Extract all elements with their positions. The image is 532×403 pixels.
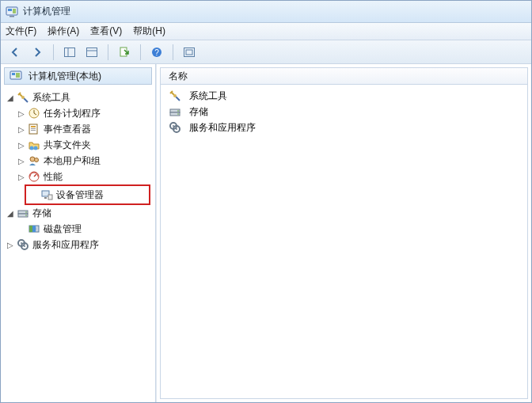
tree-twisty-expanded-icon[interactable]: ◢ — [6, 93, 15, 102]
help-button[interactable]: ? — [147, 43, 166, 62]
svg-rect-2 — [13, 9, 16, 13]
tree-label: 任务计划程序 — [44, 107, 101, 120]
app-icon — [6, 6, 18, 18]
menu-file[interactable]: 文件(F) — [6, 25, 36, 38]
tree-label: 性能 — [44, 170, 63, 184]
list-item-label: 服务和应用程序 — [189, 121, 256, 135]
tree-item-event-viewer[interactable]: ▷ 事件查看器 — [1, 121, 155, 137]
highlight-device-manager: 设备管理器 — [25, 184, 150, 205]
column-header-name[interactable]: 名称 — [160, 67, 528, 85]
list-item-storage[interactable]: 存储 — [167, 104, 521, 120]
tree[interactable]: ◢ 系统工具 ▷ 任务计划程序 — [1, 88, 155, 402]
toolbar-separator — [140, 44, 141, 60]
svg-point-42 — [24, 245, 25, 247]
tools-icon — [17, 91, 29, 104]
svg-rect-3 — [10, 16, 14, 17]
services-icon — [17, 238, 29, 251]
tree-item-system-tools[interactable]: ◢ 系统工具 — [1, 89, 155, 105]
tree-item-task-scheduler[interactable]: ▷ 任务计划程序 — [1, 105, 155, 121]
svg-point-33 — [25, 211, 27, 213]
toolbar-separator — [173, 44, 173, 60]
svg-rect-21 — [31, 130, 36, 131]
tree-label: 存储 — [32, 207, 51, 220]
window-title: 计算机管理 — [23, 5, 70, 18]
event-log-icon — [28, 123, 40, 135]
svg-rect-1 — [8, 9, 12, 11]
tree-twisty-collapsed-icon[interactable]: ▷ — [17, 157, 26, 165]
refresh-button[interactable] — [180, 43, 199, 62]
tree-label: 服务和应用程序 — [32, 238, 99, 252]
tree-root-label: 计算机管理(本地) — [28, 70, 101, 83]
list-item-system-tools[interactable]: 系统工具 — [167, 88, 521, 104]
tree-item-device-manager[interactable]: 设备管理器 — [26, 187, 149, 203]
export-button[interactable] — [115, 43, 134, 62]
svg-point-51 — [176, 128, 177, 130]
menu-help[interactable]: 帮助(H) — [133, 25, 165, 38]
svg-rect-4 — [65, 48, 75, 56]
column-header-label: 名称 — [169, 70, 188, 83]
storage-icon — [169, 105, 181, 118]
svg-point-41 — [21, 242, 22, 244]
svg-point-24 — [30, 157, 35, 162]
menu-action[interactable]: 操作(A) — [48, 25, 79, 38]
tree-item-disk-management[interactable]: 磁盘管理 — [1, 221, 155, 237]
toolbar: ? — [1, 40, 531, 64]
svg-point-47 — [177, 113, 179, 115]
svg-rect-14 — [12, 73, 15, 75]
list-item-label: 系统工具 — [189, 89, 227, 103]
menubar: 文件(F) 操作(A) 查看(V) 帮助(H) — [1, 23, 531, 40]
disk-icon — [28, 222, 40, 235]
list-body[interactable]: 系统工具 存储 服务和应用程序 — [160, 85, 528, 399]
tree-label: 共享文件夹 — [44, 139, 91, 152]
forward-button[interactable] — [28, 43, 47, 62]
tree-twisty-collapsed-icon[interactable]: ▷ — [17, 125, 26, 134]
tree-item-shared-folders[interactable]: ▷ 共享文件夹 — [1, 137, 155, 153]
svg-point-23 — [34, 146, 38, 150]
tree-root-header[interactable]: 计算机管理(本地) — [4, 67, 152, 85]
window-root: 计算机管理 文件(F) 操作(A) 查看(V) 帮助(H) — [0, 0, 532, 403]
body: 计算机管理(本地) ◢ 系统工具 ▷ — [1, 64, 531, 402]
menu-view[interactable]: 查看(V) — [90, 25, 122, 38]
toolbar-separator — [53, 44, 54, 60]
svg-rect-38 — [32, 226, 36, 232]
titlebar: 计算机管理 — [1, 1, 531, 23]
tree-pane: 计算机管理(本地) ◢ 系统工具 ▷ — [1, 64, 156, 402]
svg-rect-6 — [87, 48, 97, 56]
tree-label: 设备管理器 — [56, 188, 104, 202]
services-icon — [169, 121, 181, 134]
svg-rect-29 — [44, 197, 47, 199]
svg-rect-12 — [186, 50, 192, 55]
back-button[interactable] — [6, 43, 25, 62]
tree-label: 事件查看器 — [44, 123, 91, 136]
tree-label: 本地用户和组 — [44, 154, 101, 168]
svg-text:?: ? — [154, 48, 159, 57]
clock-icon — [28, 107, 40, 120]
tree-item-services-apps[interactable]: ▷ 服务和应用程序 — [1, 237, 155, 253]
tree-twisty-collapsed-icon[interactable]: ▷ — [17, 141, 26, 150]
computer-management-icon — [10, 70, 22, 82]
shared-folder-icon — [28, 139, 40, 151]
tools-icon — [169, 89, 181, 102]
svg-point-43 — [173, 94, 177, 97]
tree-item-storage[interactable]: ◢ 存储 — [1, 205, 155, 221]
properties-button[interactable] — [82, 43, 101, 62]
svg-point-46 — [177, 110, 179, 112]
tree-label: 磁盘管理 — [44, 222, 82, 236]
svg-point-16 — [21, 96, 25, 99]
svg-rect-30 — [48, 195, 52, 200]
list-item-services-apps[interactable]: 服务和应用程序 — [167, 120, 521, 135]
svg-rect-19 — [31, 126, 36, 127]
tree-twisty-expanded-icon[interactable]: ◢ — [6, 209, 15, 218]
toolbar-separator — [108, 44, 108, 60]
list-pane: 名称 系统工具 存 — [156, 64, 531, 402]
svg-rect-15 — [16, 73, 20, 78]
tree-item-local-users[interactable]: ▷ 本地用户和组 — [1, 153, 155, 169]
svg-rect-37 — [29, 226, 32, 232]
svg-rect-20 — [31, 128, 36, 129]
tree-twisty-collapsed-icon[interactable]: ▷ — [17, 173, 26, 181]
list-item-label: 存储 — [189, 105, 208, 119]
tree-twisty-collapsed-icon[interactable]: ▷ — [6, 241, 15, 249]
tree-item-performance[interactable]: ▷ 性能 — [1, 169, 155, 184]
show-hide-tree-button[interactable] — [60, 43, 79, 62]
tree-twisty-collapsed-icon[interactable]: ▷ — [17, 109, 26, 118]
